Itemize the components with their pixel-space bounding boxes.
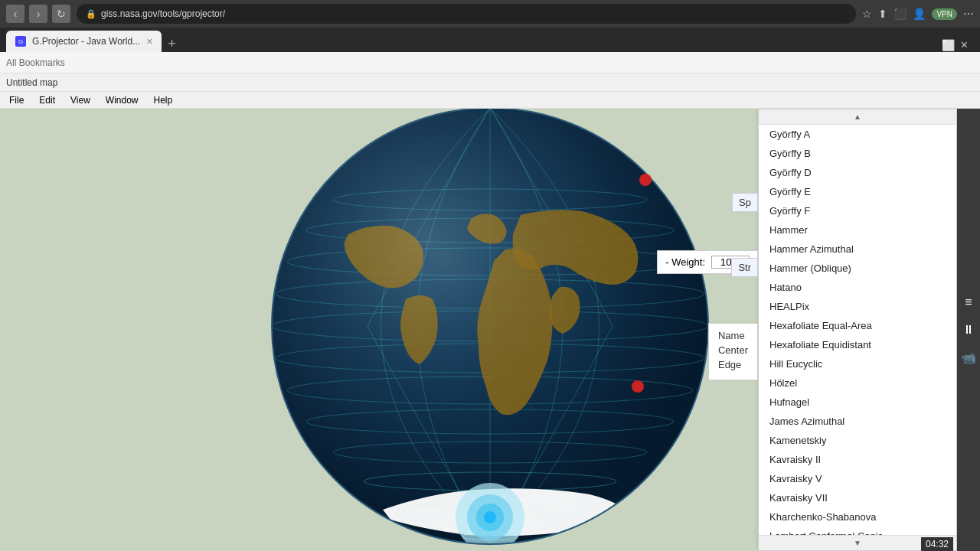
tab-title: G.Projector - Java World...	[32, 36, 140, 47]
projection-list-item[interactable]: Kavraisky II	[759, 450, 956, 469]
projection-list-item[interactable]: HEALPix	[759, 297, 956, 316]
active-tab[interactable]: G G.Projector - Java World... ×	[6, 31, 162, 52]
close-tab-button[interactable]: ×	[961, 38, 968, 52]
projection-list-item[interactable]: Kharchenko-Shabanova	[759, 507, 956, 527]
app-titlebar: Untitled map	[0, 73, 980, 92]
lock-icon: 🔒	[86, 9, 96, 19]
projection-list-item[interactable]: Györffy F	[759, 201, 956, 220]
projection-list-item[interactable]: Hexafoliate Equidistant	[759, 335, 956, 354]
projection-list-item[interactable]: Hexafoliate Equal-Area	[759, 316, 956, 335]
scroll-up-button[interactable]: ▲	[759, 109, 956, 125]
projection-list-item[interactable]: Hammer (Oblique)	[759, 259, 956, 278]
projection-dropdown[interactable]: ▲ Györffy AGyörffy BGyörffy DGyörffy EGy…	[758, 109, 957, 551]
projection-list-item[interactable]: Lambert Conformal Conic	[759, 527, 956, 535]
projection-list-item[interactable]: Györffy E	[759, 182, 956, 201]
nav-controls: ‹ › ↻	[6, 5, 70, 23]
name-label: Name	[718, 330, 745, 341]
projection-list-item[interactable]: Hatano	[759, 278, 956, 297]
sidebar-toggle[interactable]: ⬜	[942, 39, 955, 51]
right-sidebar: ≡ ⏸ 📹	[957, 109, 980, 551]
forward-button[interactable]: ›	[29, 5, 47, 23]
edge-label: Edge	[718, 359, 741, 370]
projection-list-item[interactable]: Györffy D	[759, 163, 956, 182]
bookmarks-label: All Bookmarks	[6, 57, 65, 68]
extensions-button[interactable]: ⬛	[893, 8, 906, 20]
record-button-2[interactable]	[632, 380, 644, 393]
projection-list[interactable]: Györffy AGyörffy BGyörffy DGyörffy EGyör…	[759, 125, 956, 535]
time-display: 04:32	[921, 537, 953, 551]
menu-file[interactable]: File	[3, 93, 30, 107]
sidebar-video-button[interactable]: 📹	[959, 348, 978, 367]
projection-list-item[interactable]: Hölzel	[759, 373, 956, 393]
center-row: Center	[718, 344, 748, 356]
name-row: Name	[718, 330, 748, 341]
sidebar-pause-button[interactable]: ⏸	[959, 321, 978, 339]
bookmarks-bar: All Bookmarks	[0, 52, 980, 73]
str-area: Str	[731, 258, 758, 277]
time-value: 04:32	[926, 539, 949, 549]
app-menu: File Edit View Window Help	[0, 92, 980, 109]
tab-favicon: G	[15, 36, 26, 47]
profile-button[interactable]: 👤	[913, 8, 926, 20]
projection-list-item[interactable]: Hammer Azimuthal	[759, 240, 956, 259]
sidebar-menu-button[interactable]: ≡	[959, 293, 978, 311]
sp-area: Sp	[732, 193, 758, 212]
reload-button[interactable]: ↻	[52, 5, 70, 23]
share-button[interactable]: ⬆	[878, 8, 887, 20]
menu-view[interactable]: View	[64, 93, 96, 107]
app-title: Untitled map	[6, 77, 57, 88]
projection-list-item[interactable]: Kavraisky V	[759, 469, 956, 488]
projection-list-item[interactable]: Györffy A	[759, 125, 956, 144]
projection-list-item[interactable]: Hammer	[759, 220, 956, 240]
star-button[interactable]: ☆	[862, 8, 872, 20]
tab-close-button[interactable]: ×	[146, 35, 152, 47]
menu-window[interactable]: Window	[100, 93, 145, 107]
center-label: Center	[718, 344, 748, 356]
menu-help[interactable]: Help	[148, 93, 179, 107]
address-bar[interactable]: 🔒 giss.nasa.gov/tools/gprojector/	[77, 4, 856, 24]
menu-button[interactable]: ⋯	[963, 8, 974, 20]
back-button[interactable]: ‹	[6, 5, 24, 23]
projection-list-item[interactable]: James Azimuthal	[759, 412, 956, 431]
projection-list-item[interactable]: Kamenetskiy	[759, 431, 956, 450]
globe-svg	[230, 109, 750, 551]
browser-top-bar: ‹ › ↻ 🔒 giss.nasa.gov/tools/gprojector/ …	[0, 0, 980, 28]
map-area: - Weight: Sp Str Name Center Edge ▲ Gyö	[0, 109, 980, 551]
vpn-badge: VPN	[932, 8, 957, 20]
projection-list-item[interactable]: Hufnagel	[759, 393, 956, 412]
menu-edit[interactable]: Edit	[33, 93, 61, 107]
projection-list-item[interactable]: Györffy B	[759, 144, 956, 163]
edge-row: Edge	[718, 359, 748, 370]
browser-action-buttons: ☆ ⬆ ⬛ 👤 VPN ⋯	[862, 8, 974, 20]
tab-bar: G G.Projector - Java World... × + ⬜ ×	[0, 28, 980, 52]
url-text: giss.nasa.gov/tools/gprojector/	[101, 8, 225, 19]
app-container: Untitled map File Edit View Window Help	[0, 73, 980, 551]
projection-list-item[interactable]: Kavraisky VII	[759, 488, 956, 507]
new-tab-button[interactable]: +	[162, 36, 182, 52]
weight-label: - Weight:	[665, 256, 705, 268]
record-button-1[interactable]	[639, 174, 652, 186]
projection-list-item[interactable]: Hill Eucyclic	[759, 354, 956, 373]
map-info-overlay: Name Center Edge	[708, 323, 758, 380]
